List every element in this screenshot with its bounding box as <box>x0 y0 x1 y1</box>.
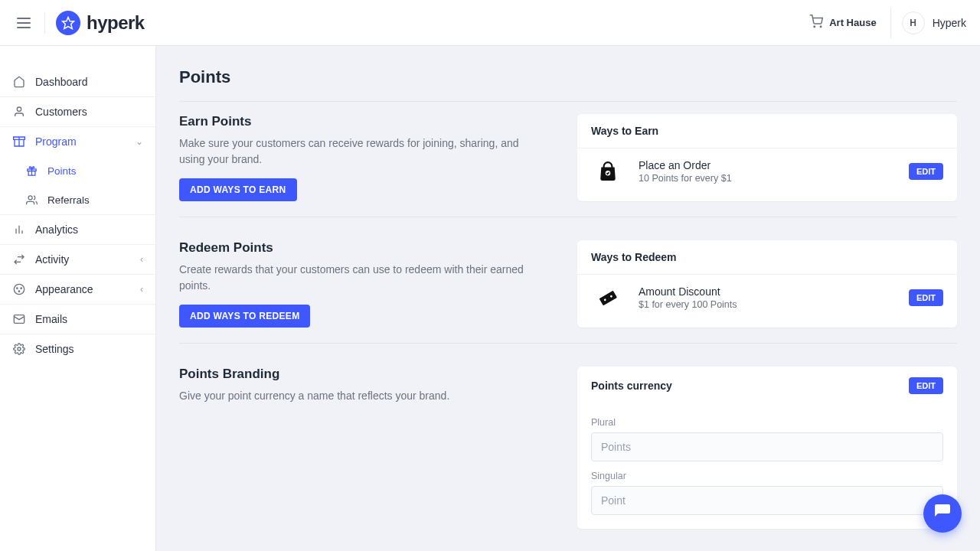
topbar-right: Art Hause H Hyperk <box>809 8 966 38</box>
sidebar: Dashboard Customers Program ⌄ Points Ref… <box>0 46 156 551</box>
edit-earn-rule-button[interactable]: EDIT <box>909 163 943 180</box>
svg-point-12 <box>14 284 24 294</box>
plural-input[interactable] <box>591 432 943 461</box>
ways-to-redeem-card: Ways to Redeem Amount Discount $1 for ev… <box>577 240 957 328</box>
box-icon <box>12 135 26 148</box>
cart-icon <box>809 15 823 31</box>
singular-label: Singular <box>591 471 943 481</box>
logo[interactable]: hyperk <box>56 11 145 35</box>
points-currency-card: Points currency EDIT Plural Singular <box>577 367 957 529</box>
sidebar-item-program[interactable]: Program ⌄ <box>0 127 155 156</box>
redeem-rule-sub: $1 for every 100 Points <box>639 299 895 310</box>
svg-point-15 <box>18 291 19 292</box>
star-icon <box>56 11 80 35</box>
chevron-left-icon: ‹ <box>140 254 143 265</box>
chevron-down-icon: ⌄ <box>136 136 143 147</box>
add-ways-to-redeem-button[interactable]: ADD WAYS TO REDEEM <box>179 305 310 328</box>
brand-name: hyperk <box>87 12 145 34</box>
palette-icon <box>12 282 26 296</box>
ways-to-redeem-header: Ways to Redeem <box>577 240 957 274</box>
earn-rule-sub: 10 Points for every $1 <box>639 173 895 184</box>
svg-point-17 <box>18 347 21 350</box>
account-name: Hyperk <box>933 17 966 29</box>
redeem-desc: Create rewards that your customers can u… <box>179 262 547 294</box>
earn-title: Earn Points <box>179 114 547 129</box>
svg-rect-19 <box>599 291 617 306</box>
main-content: Points Earn Points Make sure your custom… <box>156 46 980 551</box>
svg-point-6 <box>28 195 32 199</box>
singular-input[interactable] <box>591 486 943 515</box>
user-icon <box>12 105 26 119</box>
store-name: Art Hause <box>829 17 876 28</box>
redeem-title: Redeem Points <box>179 240 547 256</box>
sidebar-item-analytics[interactable]: Analytics <box>0 215 155 244</box>
sidebar-item-dashboard[interactable]: Dashboard <box>0 67 155 96</box>
redeem-rule-row: Amount Discount $1 for every 100 Points … <box>577 274 957 321</box>
mail-icon <box>12 312 26 326</box>
redeem-rule-title: Amount Discount <box>639 285 895 298</box>
svg-point-13 <box>17 288 18 289</box>
sidebar-item-appearance[interactable]: Appearance ‹ <box>0 275 155 304</box>
svg-point-1 <box>814 26 815 28</box>
divider <box>179 101 957 102</box>
gear-icon <box>12 342 26 356</box>
earn-rule-title: Place an Order <box>639 159 895 171</box>
edit-redeem-rule-button[interactable]: EDIT <box>909 289 943 306</box>
edit-points-currency-button[interactable]: EDIT <box>909 377 943 394</box>
menu-toggle-button[interactable] <box>14 15 34 31</box>
section-earn-points: Earn Points Make sure your customers can… <box>179 114 957 217</box>
page-title: Points <box>179 67 957 87</box>
branding-title: Points Branding <box>179 367 547 382</box>
earn-rule-row: Place an Order 10 Points for every $1 ED… <box>577 148 957 194</box>
branding-desc: Give your point currency a name that ref… <box>179 388 547 404</box>
home-icon <box>12 75 26 89</box>
sidebar-item-points[interactable]: Points <box>0 156 155 185</box>
earn-desc: Make sure your customers can receive rew… <box>179 135 547 168</box>
separator <box>44 12 45 34</box>
chevron-left-icon: ‹ <box>140 284 143 295</box>
topbar: hyperk Art Hause H Hyperk <box>0 0 980 46</box>
topbar-left: hyperk <box>14 11 145 35</box>
svg-point-3 <box>17 107 21 111</box>
account-menu[interactable]: H Hyperk <box>890 8 966 38</box>
coupon-icon <box>591 287 625 308</box>
users-icon <box>24 193 38 207</box>
store-link[interactable]: Art Hause <box>809 15 876 31</box>
ways-to-earn-header: Ways to Earn <box>577 114 957 148</box>
section-points-branding: Points Branding Give your point currency… <box>179 367 957 544</box>
plural-label: Plural <box>591 417 943 428</box>
svg-point-2 <box>820 26 822 28</box>
points-currency-title: Points currency <box>591 380 672 392</box>
sidebar-item-activity[interactable]: Activity ‹ <box>0 245 155 274</box>
avatar: H <box>902 11 925 34</box>
svg-point-14 <box>21 288 21 289</box>
section-redeem-points: Redeem Points Create rewards that your c… <box>179 240 957 344</box>
sidebar-item-emails[interactable]: Emails <box>0 305 155 334</box>
sidebar-item-referrals[interactable]: Referrals <box>0 185 155 214</box>
chat-fab[interactable] <box>923 494 962 533</box>
chat-icon <box>933 503 952 524</box>
ways-to-earn-card: Ways to Earn Place an Order 10 Points fo… <box>577 114 957 201</box>
bar-chart-icon <box>12 223 26 236</box>
shopping-bag-icon <box>591 161 625 182</box>
gift-icon <box>24 164 38 178</box>
sidebar-item-customers[interactable]: Customers <box>0 97 155 126</box>
svg-marker-0 <box>63 17 74 28</box>
sidebar-item-settings[interactable]: Settings <box>0 334 155 364</box>
add-ways-to-earn-button[interactable]: ADD WAYS TO EARN <box>179 178 297 201</box>
activity-icon <box>12 253 26 266</box>
